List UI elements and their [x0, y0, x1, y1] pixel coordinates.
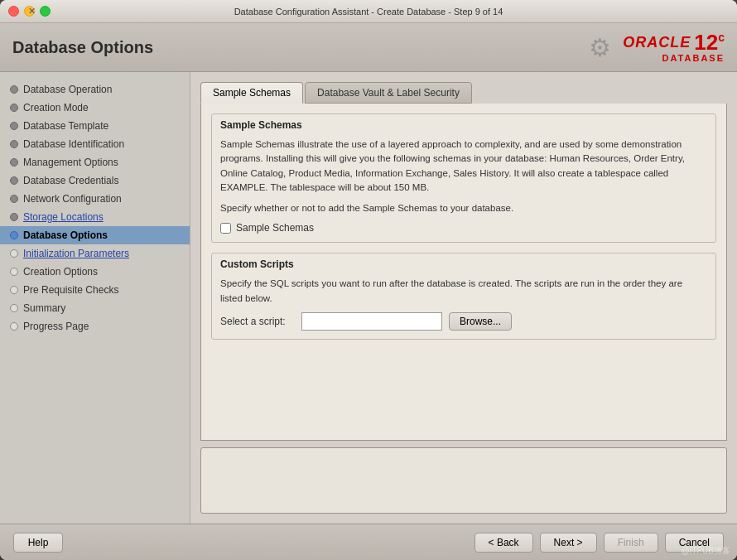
- maximize-button[interactable]: [40, 6, 51, 17]
- close-button[interactable]: [8, 6, 19, 17]
- sidebar-item-summary[interactable]: Summary: [0, 299, 190, 317]
- page-title: Database Options: [12, 38, 153, 57]
- watermark: @ITPUB博客: [681, 545, 730, 557]
- back-button[interactable]: < Back: [474, 533, 533, 553]
- footer: Help < Back Next > Finish Cancel: [0, 524, 737, 560]
- window-icon: ✕: [28, 6, 36, 17]
- section-body: Sample Schemas illustrate the use of a l…: [212, 134, 715, 242]
- sidebar-item-label: Database Identification: [23, 138, 124, 150]
- title-bar: ✕ Database Configuration Assistant - Cre…: [0, 0, 737, 23]
- sidebar-item-label: Storage Locations: [23, 211, 104, 223]
- sample-schemas-checkbox-label[interactable]: Sample Schemas: [236, 222, 314, 234]
- sample-schemas-checkbox-row: Sample Schemas: [220, 222, 707, 234]
- sidebar-item-label: Summary: [23, 302, 65, 314]
- content-panel: Sample Schemas Sample Schemas illustrate…: [200, 104, 727, 441]
- sidebar-item-management-options[interactable]: Management Options: [0, 153, 190, 171]
- sidebar-item-label: Management Options: [23, 157, 118, 168]
- custom-scripts-body: Specify the SQL scripts you want to run …: [212, 273, 715, 339]
- sidebar-item-storage-locations[interactable]: Storage Locations: [0, 208, 190, 226]
- sidebar-dot: [10, 104, 18, 112]
- sidebar-dot: [10, 213, 18, 221]
- sidebar-item-initialization-parameters[interactable]: Initialization Parameters: [0, 244, 190, 263]
- gear-icon: ⚙: [589, 33, 611, 62]
- sidebar-item-network-configuration[interactable]: Network Configuration: [0, 190, 190, 208]
- sidebar-dot: [10, 231, 18, 239]
- main-content: Database Options ⚙ ORACLE 12c DATABASE D…: [0, 23, 737, 560]
- sidebar-dot: [10, 85, 18, 94]
- oracle-version: 12c: [694, 31, 725, 53]
- sample-schemas-specify: Specify whether or not to add the Sample…: [220, 201, 707, 215]
- sidebar-item-label: Database Credentials: [23, 175, 118, 186]
- sidebar-item-creation-options[interactable]: Creation Options: [0, 263, 190, 281]
- sidebar-item-label: Database Operation: [23, 84, 112, 95]
- sample-schemas-section: Sample Schemas Sample Schemas illustrate…: [211, 113, 716, 243]
- sidebar-item-database-operation[interactable]: Database Operation: [0, 80, 190, 99]
- sidebar-dot: [10, 268, 18, 276]
- sidebar-item-label: Progress Page: [23, 321, 89, 332]
- sidebar-item-creation-mode[interactable]: Creation Mode: [0, 99, 190, 117]
- browse-button[interactable]: Browse...: [449, 312, 512, 331]
- sidebar-item-label: Creation Mode: [23, 102, 89, 113]
- sidebar-dot: [10, 286, 18, 294]
- window-title: Database Configuration Assistant - Creat…: [234, 7, 503, 17]
- tab-database-vault-label-security[interactable]: Database Vault & Label Security: [305, 82, 472, 104]
- oracle-logo: ORACLE 12c DATABASE: [623, 31, 725, 63]
- sidebar-item-database-options[interactable]: Database Options: [0, 226, 190, 244]
- tab-bar: Sample Schemas Database Vault & Label Se…: [200, 82, 727, 104]
- script-input[interactable]: [301, 312, 442, 331]
- sidebar-item-database-template[interactable]: Database Template: [0, 117, 190, 135]
- main-window: ✕ Database Configuration Assistant - Cre…: [0, 0, 737, 560]
- header: Database Options ⚙ ORACLE 12c DATABASE: [0, 23, 737, 72]
- help-button[interactable]: Help: [13, 533, 63, 553]
- sidebar-item-label: Database Template: [23, 120, 108, 132]
- tab-sample-schemas[interactable]: Sample Schemas: [200, 82, 303, 104]
- finish-button[interactable]: Finish: [604, 533, 658, 553]
- sidebar-item-pre-requisite-checks[interactable]: Pre Requisite Checks: [0, 281, 190, 299]
- footer-left: Help: [13, 533, 63, 553]
- sidebar-dot: [10, 249, 18, 258]
- sidebar-dot: [10, 322, 18, 331]
- custom-scripts-title: Custom Scripts: [212, 253, 715, 273]
- sidebar-item-label: Pre Requisite Checks: [23, 284, 118, 296]
- next-button[interactable]: Next >: [540, 533, 597, 553]
- sidebar-item-database-credentials[interactable]: Database Credentials: [0, 171, 190, 190]
- sidebar-dot: [10, 176, 18, 185]
- right-panel: Sample Schemas Database Vault & Label Se…: [190, 72, 737, 524]
- sidebar-dot: [10, 122, 18, 130]
- custom-scripts-row: Select a script: Browse...: [220, 312, 707, 331]
- sidebar-item-label: Database Options: [23, 229, 108, 241]
- sidebar-dot: [10, 158, 18, 167]
- sidebar-item-database-identification[interactable]: Database Identification: [0, 135, 190, 153]
- custom-scripts-section: Custom Scripts Specify the SQL scripts y…: [211, 253, 716, 340]
- sidebar-item-label: Network Configuration: [23, 193, 122, 205]
- tab-label: Database Vault & Label Security: [317, 87, 460, 99]
- sample-schemas-checkbox[interactable]: [220, 223, 231, 234]
- bottom-info-panel: [200, 447, 727, 514]
- sample-schemas-description: Sample Schemas illustrate the use of a l…: [220, 138, 707, 195]
- sidebar-item-label: Creation Options: [23, 266, 98, 278]
- sidebar-dot: [10, 140, 18, 148]
- body-area: Database Operation Creation Mode Databas…: [0, 72, 737, 524]
- oracle-brand: ORACLE: [623, 34, 691, 51]
- tab-label: Sample Schemas: [213, 87, 291, 99]
- oracle-sub: DATABASE: [662, 53, 725, 63]
- sidebar: Database Operation Creation Mode Databas…: [0, 72, 190, 524]
- section-title: Sample Schemas: [212, 114, 715, 134]
- sidebar-item-progress-page[interactable]: Progress Page: [0, 317, 190, 336]
- sidebar-item-label: Initialization Parameters: [23, 248, 129, 259]
- custom-scripts-description: Specify the SQL scripts you want to run …: [220, 277, 707, 306]
- sidebar-dot: [10, 304, 18, 312]
- sidebar-dot: [10, 195, 18, 203]
- script-label: Select a script:: [220, 316, 295, 327]
